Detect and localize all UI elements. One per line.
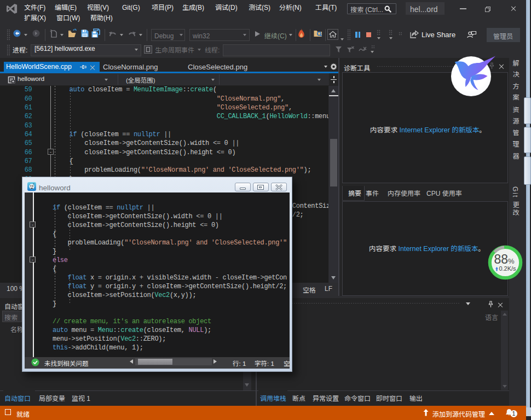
svg-text:0.2K/s: 0.2K/s [499,265,516,272]
